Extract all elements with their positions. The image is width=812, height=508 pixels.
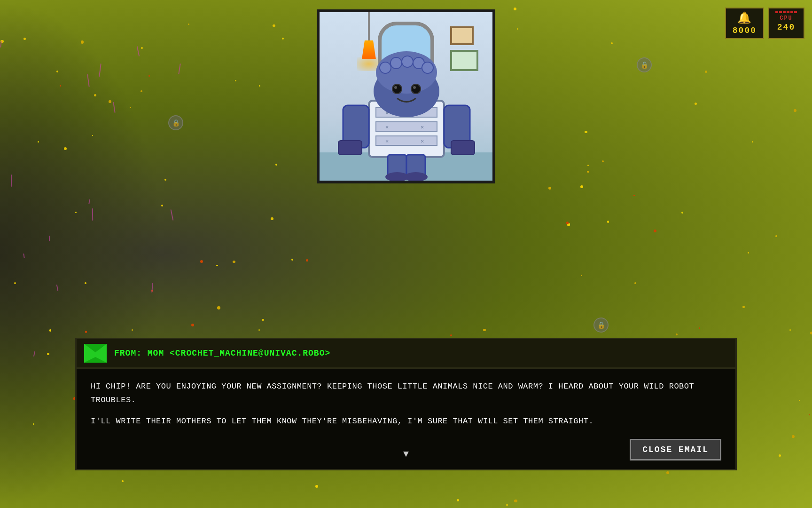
- cpu-bar-seg-1: [775, 11, 778, 13]
- cpu-bar-seg-5: [790, 11, 793, 13]
- cpu-bar-seg-4: [787, 11, 789, 13]
- robot-character: ✕ ✕ ✕ ✕ ✕ ✕: [320, 16, 493, 181]
- email-panel: FROM: MOM <CROCHET_MACHINE@UNIVAC.ROBO> …: [75, 338, 737, 470]
- cpu-display: CPU 240: [768, 8, 804, 39]
- portrait-container: ✕ ✕ ✕ ✕ ✕ ✕: [317, 9, 495, 183]
- portrait-frame: ✕ ✕ ✕ ✕ ✕ ✕: [317, 9, 495, 183]
- email-paragraph-2: I'LL WRITE THEIR MOTHERS TO LET THEM KNO…: [91, 415, 721, 429]
- svg-point-20: [422, 62, 433, 73]
- svg-point-21: [392, 84, 402, 94]
- close-email-button[interactable]: CLOSE EMAIL: [630, 439, 721, 460]
- hud: 🔔 8000 CPU 240: [725, 8, 804, 39]
- svg-point-16: [380, 62, 391, 73]
- svg-rect-13: [451, 141, 475, 155]
- portrait-scene: ✕ ✕ ✕ ✕ ✕ ✕: [320, 12, 492, 181]
- cpu-bar-seg-3: [783, 11, 786, 13]
- lock-icon-3: 🔒: [593, 318, 609, 333]
- email-header: FROM: MOM <CROCHET_MACHINE@UNIVAC.ROBO>: [75, 338, 737, 369]
- scroll-down-arrow[interactable]: ▼: [403, 449, 409, 460]
- cpu-bar-seg-2: [779, 11, 782, 13]
- svg-point-23: [394, 86, 397, 89]
- svg-text:✕: ✕: [421, 138, 424, 145]
- svg-point-24: [413, 86, 416, 89]
- cpu-label: CPU: [780, 15, 793, 22]
- svg-point-17: [390, 57, 402, 69]
- email-envelope-icon: [84, 344, 107, 363]
- cpu-bar-seg-6: [794, 11, 797, 13]
- gold-icon: 🔔: [737, 11, 751, 25]
- lock-icon-2: 🔒: [637, 57, 652, 72]
- cpu-value: 240: [777, 23, 795, 32]
- lock-icon-1: 🔒: [168, 115, 183, 130]
- email-paragraph-1: HI CHIP! ARE YOU ENJOYING YOUR NEW ASSIG…: [91, 380, 721, 407]
- svg-text:✕: ✕: [385, 124, 389, 131]
- svg-text:✕: ✕: [385, 138, 389, 145]
- svg-text:✕: ✕: [421, 124, 424, 131]
- svg-point-18: [402, 56, 413, 67]
- svg-rect-12: [338, 141, 362, 155]
- svg-point-22: [411, 84, 421, 94]
- cpu-bar-decoration: [775, 11, 797, 13]
- email-body: HI CHIP! ARE YOU ENJOYING YOUR NEW ASSIG…: [75, 369, 737, 470]
- email-from-address: FROM: MOM <CROCHET_MACHINE@UNIVAC.ROBO>: [114, 349, 330, 358]
- email-text-content: HI CHIP! ARE YOU ENJOYING YOUR NEW ASSIG…: [91, 380, 721, 429]
- gold-display: 🔔 8000: [725, 8, 764, 39]
- gold-value: 8000: [733, 26, 757, 35]
